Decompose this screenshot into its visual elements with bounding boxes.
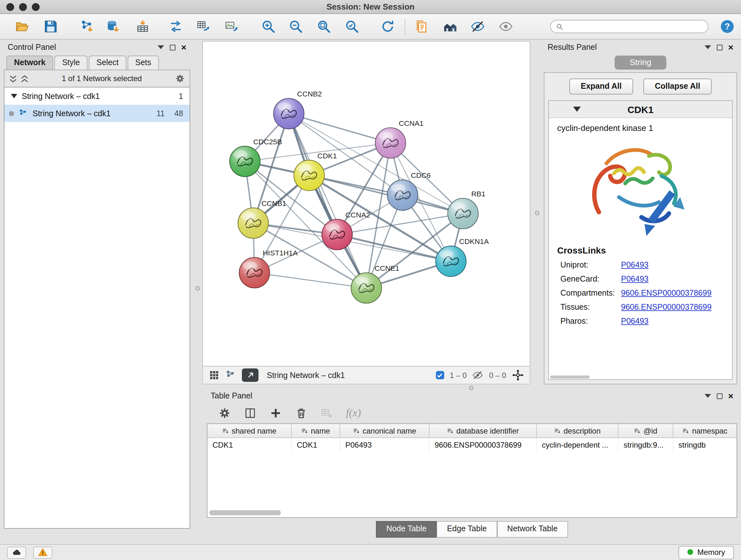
- selected-checkbox-icon[interactable]: [435, 371, 444, 379]
- column-header-shared-name[interactable]: shared name: [207, 424, 292, 437]
- collapse-all-button[interactable]: Collapse All: [643, 78, 712, 95]
- network-share-icon[interactable]: [225, 370, 236, 381]
- zoom-out-icon[interactable]: [287, 18, 304, 35]
- save-session-icon[interactable]: [42, 18, 59, 35]
- panel-close-icon[interactable]: ×: [181, 43, 186, 52]
- network-node-ccna2[interactable]: [322, 219, 353, 250]
- zoom-selected-icon[interactable]: [343, 18, 360, 35]
- tab-network[interactable]: Network: [6, 56, 53, 70]
- panel-float-icon[interactable]: [170, 44, 176, 50]
- delete-column-icon[interactable]: [295, 407, 308, 419]
- show-columns-icon[interactable]: [244, 407, 257, 419]
- network-node-ccne1[interactable]: [351, 273, 382, 303]
- network-from-table-icon[interactable]: [195, 18, 211, 35]
- splitter-handle[interactable]: [535, 211, 539, 215]
- search-field[interactable]: [550, 20, 709, 33]
- tab-sets[interactable]: Sets: [128, 56, 159, 70]
- memory-button[interactable]: Memory: [678, 546, 734, 559]
- function-builder-icon[interactable]: f(x): [346, 407, 361, 419]
- zoom-in-icon[interactable]: [260, 18, 276, 35]
- gene-entry-header[interactable]: CDK1: [549, 101, 732, 118]
- network-edge[interactable]: [254, 273, 366, 288]
- minimize-window-button[interactable]: [19, 3, 27, 10]
- network-from-image-icon[interactable]: [223, 18, 239, 35]
- splitter-handle[interactable]: [195, 286, 200, 291]
- string-results-box: Expand All Collapse All CDK1 cyclin-depe…: [544, 72, 737, 384]
- tab-node-table[interactable]: Node Table: [376, 521, 437, 538]
- close-window-button[interactable]: [6, 3, 14, 10]
- add-column-icon[interactable]: [269, 407, 282, 419]
- network-edge[interactable]: [289, 114, 391, 143]
- table-hscrollbar[interactable]: [209, 510, 281, 515]
- network-node-ccna1[interactable]: [375, 128, 406, 159]
- panel-float-icon[interactable]: [717, 44, 723, 50]
- network-edge[interactable]: [289, 114, 366, 288]
- network-edge[interactable]: [309, 175, 463, 213]
- crosslink-link[interactable]: P06493: [621, 260, 649, 269]
- disclosure-triangle-icon[interactable]: [11, 94, 17, 98]
- panel-menu-icon[interactable]: [704, 394, 711, 398]
- network-node-cdk1[interactable]: [294, 160, 325, 191]
- column-header-description[interactable]: description: [537, 424, 618, 437]
- column-header-namespac[interactable]: namespac: [673, 424, 737, 437]
- crosslink-link[interactable]: 9606.ENSP00000378699: [621, 289, 712, 298]
- panel-menu-icon[interactable]: [158, 45, 164, 49]
- crosslink-link[interactable]: P06493: [621, 274, 649, 284]
- gear-icon[interactable]: [218, 407, 231, 419]
- network-node-cdc6[interactable]: [387, 180, 418, 210]
- new-network-icon[interactable]: [167, 18, 184, 35]
- column-header-name[interactable]: name: [292, 424, 340, 437]
- collapse-entry-icon[interactable]: [573, 107, 581, 112]
- import-database-icon[interactable]: [105, 18, 121, 35]
- network-node-ccnb1[interactable]: [238, 208, 269, 239]
- expand-all-button[interactable]: Expand All: [569, 78, 633, 95]
- crosslink-link[interactable]: 9606.ENSP00000378699: [621, 303, 712, 312]
- search-input[interactable]: [567, 22, 703, 31]
- column-header-database-identifier[interactable]: database identifier: [429, 424, 537, 437]
- import-network-icon[interactable]: [78, 18, 95, 35]
- network-node-hist1h1a[interactable]: [239, 257, 270, 288]
- zoom-fit-icon[interactable]: [315, 18, 332, 35]
- warnings-button[interactable]: [33, 546, 52, 558]
- pan-crosshair-icon[interactable]: [512, 369, 524, 381]
- panel-close-icon[interactable]: ×: [728, 391, 733, 400]
- network-canvas[interactable]: CCNB2CCNA1CDC25BCDK1CDC6RB1CCNB1CCNA2CDK…: [203, 42, 530, 366]
- hide-selected-icon[interactable]: [469, 18, 486, 35]
- panel-menu-icon[interactable]: [704, 45, 711, 49]
- crosslink-link[interactable]: P06493: [621, 317, 649, 326]
- cloud-status-button[interactable]: [7, 546, 26, 558]
- export-view-button[interactable]: [242, 368, 259, 382]
- column-header-canonical-name[interactable]: canonical name: [340, 424, 429, 437]
- network-collection-row[interactable]: String Network – cdk1 1: [4, 87, 190, 105]
- gear-icon[interactable]: [175, 73, 185, 84]
- refresh-icon[interactable]: [379, 18, 396, 35]
- network-node-cdc25b[interactable]: [230, 146, 260, 177]
- show-all-icon[interactable]: [497, 18, 514, 35]
- network-node-ccnb2[interactable]: [273, 98, 304, 129]
- splitter-handle[interactable]: [469, 386, 474, 390]
- help-icon[interactable]: ?: [720, 19, 735, 34]
- open-session-icon[interactable]: [13, 18, 30, 35]
- collapse-all-icon[interactable]: [9, 74, 17, 83]
- copy-document-icon[interactable]: [413, 18, 429, 35]
- table-row[interactable]: CDK1CDK1P064939606.ENSP00000378699cyclin…: [207, 438, 737, 452]
- panel-float-icon[interactable]: [717, 393, 723, 399]
- tab-select[interactable]: Select: [89, 56, 126, 70]
- expand-all-icon[interactable]: [20, 74, 29, 83]
- import-table-icon[interactable]: [134, 18, 151, 35]
- tab-network-table[interactable]: Network Table: [497, 521, 568, 538]
- homes-icon[interactable]: [442, 18, 458, 35]
- tab-string[interactable]: String: [614, 56, 667, 70]
- network-row-selected[interactable]: String Network – cdk1 11 48: [4, 105, 190, 122]
- hidden-eye-icon[interactable]: [473, 370, 483, 381]
- column-header--id[interactable]: @id: [618, 424, 673, 437]
- zoom-window-button[interactable]: [32, 3, 40, 10]
- network-node-rb1[interactable]: [448, 198, 478, 229]
- tab-style[interactable]: Style: [55, 56, 88, 70]
- tab-edge-table[interactable]: Edge Table: [437, 521, 497, 538]
- panel-close-icon[interactable]: ×: [728, 43, 733, 52]
- network-view[interactable]: CCNB2CCNA1CDC25BCDK1CDC6RB1CCNB1CCNA2CDK…: [202, 41, 530, 367]
- results-scrollbar[interactable]: [550, 375, 590, 379]
- birdseye-grid-icon[interactable]: [209, 370, 219, 381]
- network-node-cdkn1a[interactable]: [435, 246, 466, 276]
